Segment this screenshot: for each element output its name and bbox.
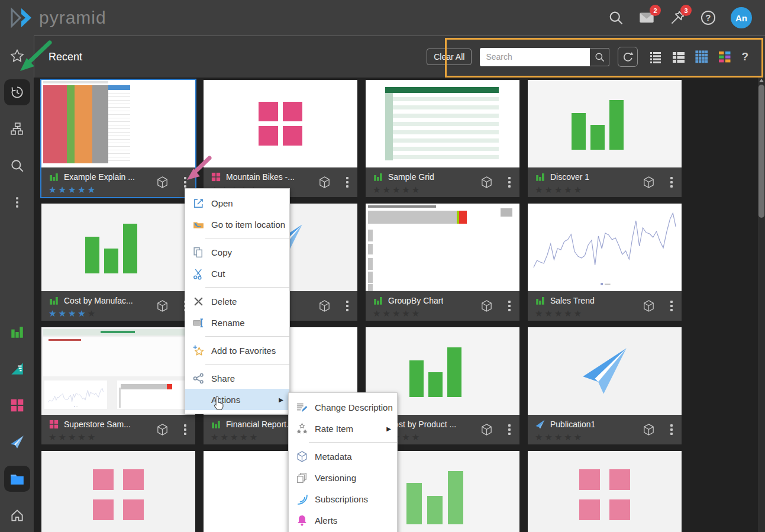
metadata-cube-icon[interactable] xyxy=(156,299,169,313)
tile-menu-button[interactable] xyxy=(669,423,674,437)
menu-item-go-to-item-location[interactable]: Go to item location ▶ xyxy=(185,214,289,235)
discover-bars-icon xyxy=(9,324,25,340)
help-button[interactable] xyxy=(700,9,716,26)
sidebar-item-content-manager[interactable] xyxy=(4,466,30,492)
menu-item-label: Versioning xyxy=(315,473,391,483)
tile-card[interactable]: Sample Grid ★★★★★ xyxy=(366,80,519,197)
search-input[interactable] xyxy=(480,48,590,66)
menu-item-versioning[interactable]: Versioning ▶ xyxy=(289,467,397,488)
menu-item-change-description[interactable]: Change Description ▶ xyxy=(289,396,397,418)
tile-menu-button[interactable] xyxy=(182,423,188,437)
tile-menu-button[interactable] xyxy=(344,175,350,189)
metadata-cube-icon[interactable] xyxy=(642,423,656,437)
clear-all-button[interactable]: Clear All xyxy=(427,49,472,65)
pyramid-logo[interactable]: pyramid xyxy=(0,6,106,30)
avatar[interactable]: An xyxy=(731,7,752,28)
grid-view-button-active[interactable] xyxy=(695,50,709,64)
notifications-button[interactable]: 3 xyxy=(669,9,686,26)
menu-item-label: Delete xyxy=(211,296,283,307)
tile-name: Discover 1 xyxy=(550,172,589,182)
refresh-button[interactable] xyxy=(618,47,638,67)
sidebar-item-recent[interactable] xyxy=(4,79,30,105)
search-submit-button[interactable] xyxy=(590,48,609,66)
menu-item-open[interactable]: Open ▶ xyxy=(185,192,289,214)
toolbar-help-button[interactable]: ? xyxy=(741,50,748,63)
menu-item-delete[interactable]: Delete ▶ xyxy=(185,291,289,312)
metadata-cube-icon[interactable] xyxy=(480,423,493,437)
sidebar-item-publish[interactable] xyxy=(4,429,30,455)
tile-card[interactable]: ★★★★★ xyxy=(41,451,195,532)
cut-icon xyxy=(192,267,205,280)
sidebar-item-more[interactable] xyxy=(4,189,30,215)
menu-item-actions[interactable]: Actions ▶ xyxy=(185,389,289,410)
tile-rating[interactable]: ★★★★★ xyxy=(535,432,583,443)
scrollbar[interactable] xyxy=(758,78,765,532)
tile-rating[interactable]: ★★★★★ xyxy=(211,432,259,443)
menu-item-rate-item[interactable]: Rate Item ▶ xyxy=(289,418,397,439)
tile-menu-button[interactable] xyxy=(669,299,674,313)
sidebar-item-illustrate[interactable] xyxy=(4,392,30,418)
tile-card[interactable]: Example Explain ... ★★★★★ xyxy=(41,80,195,197)
metadata-cube-icon[interactable] xyxy=(642,176,656,189)
sidebar-item-discover[interactable] xyxy=(4,319,30,345)
metadata-cube-icon[interactable] xyxy=(156,423,169,437)
add-favorites-icon xyxy=(192,344,205,357)
tile-card[interactable]: Publication1 ★★★★★ xyxy=(528,327,682,444)
scrollbar-thumb[interactable] xyxy=(758,85,764,218)
messages-button[interactable]: 2 xyxy=(638,9,655,26)
sidebar-item-browse-tree[interactable] xyxy=(4,116,30,142)
tile-menu-button[interactable] xyxy=(506,175,512,189)
list-view-button[interactable] xyxy=(648,50,663,64)
menu-item-label: Metadata xyxy=(315,452,391,462)
tile-rating[interactable]: ★★★★★ xyxy=(49,432,97,443)
tile-card[interactable]: Discover 1 ★★★★★ xyxy=(528,80,682,197)
detailed-view-button[interactable] xyxy=(672,50,686,64)
tile-card[interactable]: GroupBy Chart ★★★★★ xyxy=(366,204,519,321)
sidebar-item-search[interactable] xyxy=(4,153,30,179)
notification-badge: 3 xyxy=(680,5,692,16)
tile-thumbnail xyxy=(41,327,195,415)
metadata-cube-icon[interactable] xyxy=(156,176,169,189)
metadata-cube-icon[interactable] xyxy=(318,176,331,189)
tile-name: Sales Trend xyxy=(550,296,595,305)
metadata-cube-icon[interactable] xyxy=(480,176,493,189)
tile-card[interactable]: ★★★★★ xyxy=(528,451,682,532)
menu-item-rename[interactable]: Rename ▶ xyxy=(185,312,289,333)
tile-rating[interactable]: ★★★★★ xyxy=(535,185,583,195)
sidebar-item-favorites[interactable] xyxy=(4,43,30,69)
green-bars-icon xyxy=(49,172,59,182)
menu-item-cut[interactable]: Cut ▶ xyxy=(185,263,289,284)
tile-menu-button[interactable] xyxy=(506,423,512,437)
tile-card[interactable]: Superstore Sam... ★★★★★ xyxy=(41,327,195,444)
menu-item-metadata[interactable]: Metadata ▶ xyxy=(289,446,397,467)
tile-menu-button[interactable] xyxy=(506,299,512,313)
metadata-cube-icon[interactable] xyxy=(480,299,493,313)
tiles-view-button[interactable] xyxy=(718,50,732,64)
tile-rating[interactable]: ★★★★★ xyxy=(373,185,421,195)
menu-item-alerts[interactable]: Alerts ▶ xyxy=(289,510,397,531)
tile-menu-button[interactable] xyxy=(182,175,188,189)
menu-item-subscriptions[interactable]: Subscriptions ▶ xyxy=(289,488,397,510)
sidebar-item-home[interactable] xyxy=(4,502,30,528)
subscriptions-icon xyxy=(296,493,308,505)
tile-card[interactable]: Mountain Bikes -... ★★★★★ xyxy=(204,80,357,197)
menu-item-add-to-favorites[interactable]: Add to Favorites ▶ xyxy=(185,340,289,361)
tile-rating[interactable]: ★★★★★ xyxy=(373,308,421,319)
menu-item-label: Add to Favorites xyxy=(211,346,283,356)
tile-rating[interactable]: ★★★★★ xyxy=(49,308,97,319)
tile-card[interactable]: Sales Trend ★★★★★ xyxy=(528,204,682,321)
scrollbar-up-arrow[interactable] xyxy=(759,79,764,82)
tile-menu-button[interactable] xyxy=(669,175,674,189)
tile-rating[interactable]: ★★★★★ xyxy=(535,308,583,319)
metadata-cube-icon[interactable] xyxy=(318,299,331,313)
tile-menu-button[interactable] xyxy=(344,299,350,313)
tile-card[interactable]: Cost by Manufac... ★★★★★ xyxy=(41,204,195,321)
menu-item-share[interactable]: Share ▶ xyxy=(185,367,289,389)
menu-item-copy[interactable]: Copy ▶ xyxy=(185,241,289,263)
metadata-cube-icon[interactable] xyxy=(642,299,656,313)
sidebar-item-present[interactable] xyxy=(4,356,30,382)
menu-divider xyxy=(205,287,289,288)
green-bars-icon xyxy=(373,295,383,306)
search-button[interactable] xyxy=(608,9,624,26)
tile-rating[interactable]: ★★★★★ xyxy=(49,185,97,195)
